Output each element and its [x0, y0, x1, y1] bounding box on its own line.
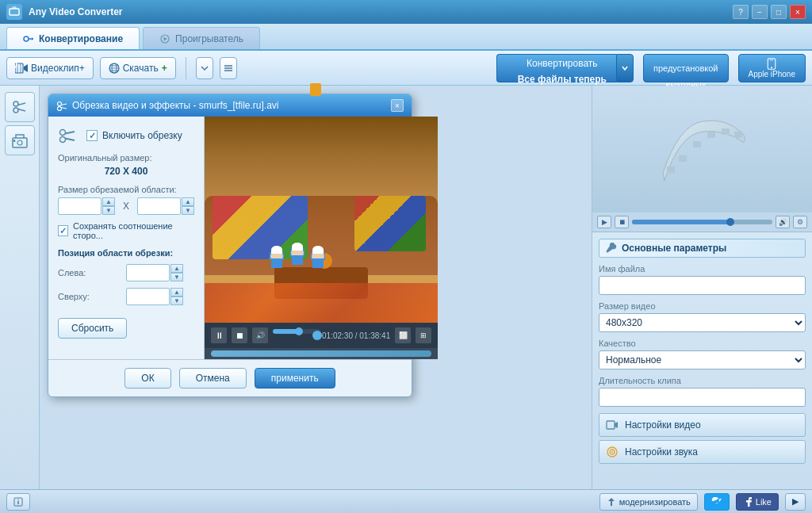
upgrade-label: модернизировать [619, 497, 691, 507]
cancel-button[interactable]: Отмена [179, 368, 247, 389]
maximize-button[interactable]: □ [771, 5, 787, 19]
svg-rect-35 [722, 128, 730, 135]
tab-convert-label: Конвертирование [39, 33, 123, 44]
quality-select[interactable]: Нормальное [599, 350, 806, 369]
info-button[interactable] [6, 493, 30, 511]
apply-button[interactable]: применить [255, 368, 335, 389]
convert-button[interactable]: Конвертировать Все файлы теперь [496, 54, 616, 82]
expand-button[interactable]: ⊞ [416, 327, 431, 343]
svg-point-14 [771, 67, 772, 68]
tab-player-label: Проигрыватель [175, 33, 243, 44]
scissors-large-icon [58, 126, 77, 145]
video-settings-button[interactable]: Настройки видео [599, 413, 806, 437]
quality-label: Качество [599, 339, 806, 348]
mini-stop-button[interactable]: ⏹ [615, 216, 629, 228]
mini-progress-bar[interactable] [632, 220, 772, 224]
duration-input[interactable]: 01:38:41 [599, 388, 806, 407]
svg-rect-33 [693, 141, 701, 147]
tab-player[interactable]: Проигрыватель [143, 27, 260, 49]
svg-rect-0 [10, 9, 19, 15]
top-input[interactable]: 0 [126, 288, 170, 305]
convert-dropdown-button[interactable] [616, 54, 634, 82]
next-page-button[interactable]: ▶ [785, 493, 806, 511]
crop-size-label: Размер обрезаемой области: [58, 185, 194, 194]
volume-button[interactable]: 🔊 [252, 327, 268, 343]
audio-settings-button[interactable]: Настройки звука [599, 440, 806, 464]
bottom-bar: модернизировать Like ▶ [0, 489, 812, 513]
facebook-like-label: Like [756, 497, 772, 507]
convert-dropdown-icon [621, 64, 629, 72]
mini-play-button[interactable]: ▶ [597, 216, 611, 228]
video-controls: ⏸ ⏹ 🔊 01:02: [205, 323, 438, 348]
reset-button-row: Сбросить [58, 318, 194, 339]
svg-rect-36 [734, 132, 742, 138]
scissors-icon [11, 98, 29, 116]
globe-icon [109, 63, 120, 74]
ok-button[interactable]: ОК [124, 368, 170, 389]
svg-point-40 [611, 451, 613, 453]
twitter-button[interactable] [704, 493, 730, 511]
tab-convert[interactable]: Конвертирование [6, 27, 140, 49]
crop-height-spin-buttons: ▲ ▼ [182, 197, 194, 215]
close-button[interactable]: × [790, 5, 806, 19]
play-pause-button[interactable]: ⏸ [211, 327, 227, 343]
crop-size-group: Размер обрезаемой области: 720 ▲ ▼ X [58, 185, 194, 215]
volume-slider-container[interactable] [273, 329, 312, 342]
dialog-close-button[interactable]: × [391, 99, 404, 112]
mini-settings-button[interactable]: ⚙ [793, 216, 807, 228]
trim-marker[interactable] [310, 83, 321, 96]
filename-input[interactable]: smurfs_[tfile.ru] [599, 276, 806, 295]
left-up[interactable]: ▲ [170, 264, 183, 273]
info-icon [13, 497, 23, 507]
mini-volume-button[interactable]: 🔊 [776, 216, 790, 228]
scissors-side-button[interactable] [5, 92, 35, 122]
keep-ratio-checkbox[interactable]: ✓ [58, 225, 68, 236]
phone-icon [764, 58, 779, 70]
dropdown-button[interactable] [196, 57, 213, 79]
crop-width-input[interactable]: 720 [58, 197, 102, 215]
crop-controls: ✓ Включить обрезку Оригинальный размер: … [48, 117, 205, 359]
facebook-button[interactable]: Like [736, 493, 779, 511]
svg-rect-37 [607, 421, 615, 429]
next-icon: ▶ [792, 496, 799, 507]
crop-height-up[interactable]: ▲ [182, 197, 194, 206]
twitter-icon [711, 497, 722, 507]
effects-side-button[interactable] [5, 125, 35, 155]
crop-width-down[interactable]: ▼ [102, 206, 115, 215]
duration-group: Длительность клипа 01:38:41 [599, 376, 806, 407]
crop-height-input[interactable]: 400 [137, 197, 181, 215]
crop-height-down[interactable]: ▼ [182, 206, 194, 215]
position-label: Позиция области обрезки: [58, 248, 194, 258]
video-size-select[interactable]: 480x320 [599, 313, 806, 332]
list-icon [224, 63, 233, 73]
current-time: 01:02:30 [322, 331, 353, 340]
preset-button[interactable]: предустановкой выходных [643, 54, 729, 82]
minimize-button[interactable]: − [752, 5, 768, 19]
crop-width-up[interactable]: ▲ [102, 197, 115, 206]
left-down[interactable]: ▼ [170, 273, 183, 281]
reset-button[interactable]: Сбросить [58, 318, 127, 339]
list-view-button[interactable] [220, 57, 237, 79]
top-label: Сверху: [58, 292, 121, 301]
stop-button[interactable]: ⏹ [232, 327, 247, 343]
crop-height-spinbox: 400 ▲ ▼ [137, 197, 194, 215]
video-settings-icon [606, 419, 619, 431]
enable-crop-label: Включить обрезку [102, 130, 182, 141]
enable-crop-checkbox[interactable]: ✓ [86, 130, 98, 141]
add-video-button[interactable]: Видеоклип+ [6, 57, 94, 79]
upgrade-icon [607, 497, 616, 507]
top-down[interactable]: ▼ [170, 297, 183, 305]
content-area: Обрезка видео и эффекты - smurfs_[tfile.… [40, 86, 592, 489]
left-input[interactable]: 0 [126, 264, 170, 281]
top-up[interactable]: ▲ [170, 288, 183, 297]
help-button[interactable]: ? [733, 5, 749, 19]
params-header: Основные параметры [599, 239, 806, 258]
upgrade-button[interactable]: модернизировать [599, 493, 698, 511]
fullscreen-button[interactable]: ⬜ [395, 327, 411, 343]
apple-iphone-button[interactable]: Apple iPhone [738, 54, 806, 82]
trim-track[interactable] [211, 350, 431, 357]
download-button[interactable]: Скачать + [100, 57, 176, 79]
effects-icon [11, 132, 29, 149]
video-size-group: Размер видео 480x320 [599, 301, 806, 332]
action-bar: Видеоклип+ Скачать + Конвертировать Все … [0, 51, 812, 86]
